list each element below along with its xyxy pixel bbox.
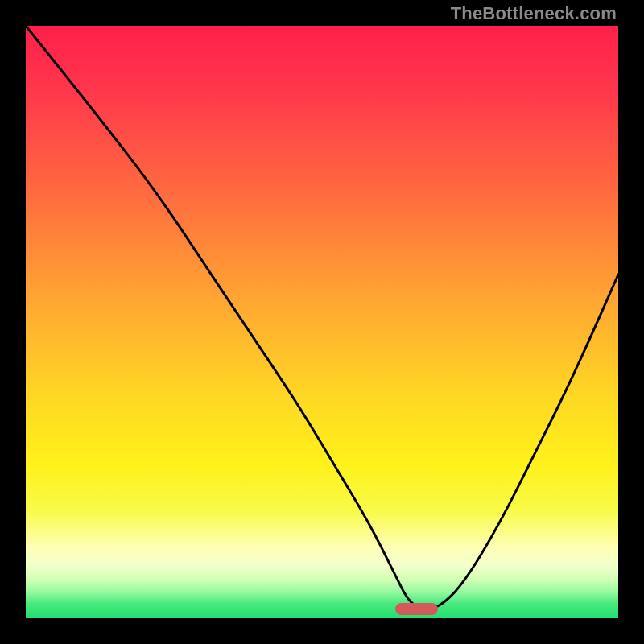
curve-path <box>26 26 618 608</box>
plot-area <box>26 26 618 618</box>
optimum-marker <box>395 603 438 615</box>
watermark-text: TheBottleneck.com <box>451 3 617 24</box>
bottleneck-curve <box>26 26 618 618</box>
chart-stage: TheBottleneck.com <box>0 0 644 644</box>
